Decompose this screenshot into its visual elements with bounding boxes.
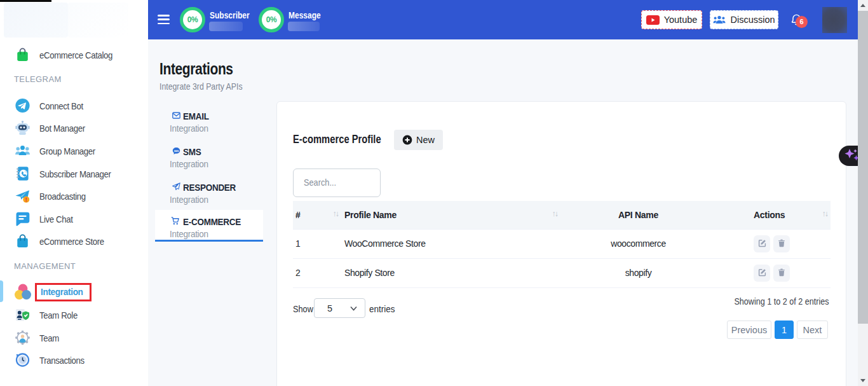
- svg-text:SMS: SMS: [174, 150, 179, 153]
